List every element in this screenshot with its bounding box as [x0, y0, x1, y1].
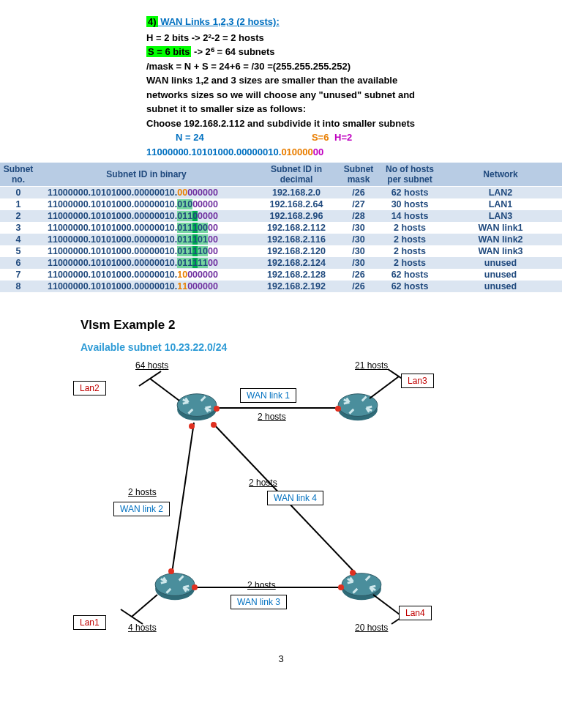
cell-hosts: 62 hosts [381, 281, 439, 292]
cell-subnet-no: 1 [0, 198, 37, 210]
cell-decimal: 192.168.2.192 [256, 281, 337, 292]
cell-network: unused [439, 281, 562, 292]
network-diagram: Lan2 Lan3 Lan1 Lan4 WAN link 1 WAN link … [66, 360, 476, 646]
label-lan2: Lan2 [73, 381, 106, 395]
cell-subnet-no: 2 [0, 210, 37, 222]
table-row: 411000000.10101000.00000010.01110100192.… [0, 234, 562, 245]
table-row: 811000000.10101000.00000010.11000000192.… [0, 281, 562, 292]
label-wan3: WAN link 3 [231, 595, 287, 609]
cell-mask: /30 [337, 257, 381, 269]
cell-binary: 11000000.10101000.00000010.10000000 [37, 269, 256, 281]
binary-net: 11000000.10101000.00000010 [146, 146, 279, 157]
label-lan4: Lan4 [399, 606, 432, 620]
line-mask: /mask = N + S = 24+6 = /30 =(255.255.255… [146, 59, 533, 74]
cell-binary: 11000000.10101000.00000010.01110000 [37, 222, 256, 234]
label-2hosts-wan3: 2 hosts [247, 580, 276, 590]
cell-network: LAN2 [439, 187, 562, 199]
th-mask: Subnet mask [337, 163, 381, 187]
label-21-hosts: 21 hosts [355, 360, 388, 371]
label-2hosts-wan2: 2 hosts [128, 487, 157, 497]
svg-line-17 [121, 609, 143, 624]
example-2-section: Vlsm Example 2 Available subnet 10.23.22… [0, 292, 562, 646]
svg-line-16 [132, 595, 157, 617]
label-4-hosts: 4 hosts [128, 623, 157, 633]
h-equals-2: H=2 [334, 132, 352, 143]
example-2-available: Available subnet 10.23.22.0/24 [80, 341, 562, 353]
s-bits-rest: -> 2⁶ = 64 subnets [191, 46, 274, 57]
cell-mask: /26 [337, 187, 381, 199]
cell-hosts: 30 hosts [381, 198, 439, 210]
svg-line-1 [172, 423, 194, 573]
cell-subnet-no: 3 [0, 222, 37, 234]
cell-binary: 11000000.10101000.00000010.01111000 [37, 245, 256, 257]
cell-binary: 11000000.10101000.00000010.11000000 [37, 281, 256, 292]
label-2hosts-wan1: 2 hosts [258, 412, 286, 422]
port-dot [189, 423, 195, 429]
cell-binary: 11000000.10101000.00000010.01110100 [37, 234, 256, 245]
th-network: Network [439, 163, 562, 187]
subnet-table: Subnet no. Subnet ID in binary Subnet ID… [0, 163, 562, 292]
binary-sub: 010000 [281, 146, 312, 157]
label-64-hosts: 64 hosts [135, 360, 168, 371]
cell-network: WAN link3 [439, 245, 562, 257]
cell-hosts: 2 hosts [381, 222, 439, 234]
line-explain-3: subnet it to smaller size as follows: [146, 102, 533, 116]
label-20-hosts: 20 hosts [355, 623, 388, 633]
line-explain-1: WAN links 1,2 and 3 sizes are smaller th… [146, 73, 533, 88]
cell-hosts: 62 hosts [381, 187, 439, 199]
label-wan2: WAN link 2 [113, 502, 170, 516]
th-subnet-no: Subnet no. [0, 163, 37, 187]
cell-decimal: 192.168.2.96 [256, 210, 337, 222]
cell-decimal: 192.168.2.112 [256, 222, 337, 234]
port-dot [214, 406, 220, 412]
cell-network: LAN1 [439, 198, 562, 210]
cell-network: WAN link1 [439, 222, 562, 234]
th-binary: Subnet ID in binary [37, 163, 256, 187]
table-row: 211000000.10101000.00000010.01100000192.… [0, 210, 562, 222]
header-block: 4) WAN Links 1,2,3 (2 hosts): H = 2 bits… [0, 0, 562, 163]
cell-mask: /26 [337, 269, 381, 281]
cell-decimal: 192.168.2.120 [256, 245, 337, 257]
cell-network: unused [439, 269, 562, 281]
label-lan3: Lan3 [401, 374, 434, 388]
port-dot [192, 584, 198, 590]
label-wan1: WAN link 1 [240, 388, 296, 403]
cell-subnet-no: 6 [0, 257, 37, 269]
section-title: 4) WAN Links 1,2,3 (2 hosts): [146, 15, 533, 29]
cell-subnet-no: 4 [0, 234, 37, 245]
cell-hosts: 62 hosts [381, 269, 439, 281]
svg-line-18 [373, 595, 402, 617]
cell-binary: 11000000.10101000.00000010.01000000 [37, 198, 256, 210]
cell-hosts: 2 hosts [381, 257, 439, 269]
label-lan1: Lan1 [73, 615, 106, 630]
table-row: 511000000.10101000.00000010.01111000192.… [0, 245, 562, 257]
port-dot [335, 406, 341, 412]
line-subnets: S = 6 bits -> 2⁶ = 64 subnets [146, 45, 533, 59]
cell-hosts: 14 hosts [381, 210, 439, 222]
cell-mask: /30 [337, 245, 381, 257]
th-decimal: Subnet ID in decimal [256, 163, 337, 187]
cell-network: LAN3 [439, 210, 562, 222]
nsh-row: N = 24 S=6 H=2 [146, 130, 533, 145]
cell-network: WAN link2 [439, 234, 562, 245]
cell-network: unused [439, 257, 562, 269]
cell-binary: 11000000.10101000.00000010.00000000 [37, 187, 256, 199]
line-hosts: H = 2 bits -> 2²-2 = 2 hosts [146, 31, 533, 45]
cell-decimal: 192.168.2.128 [256, 269, 337, 281]
port-dot [338, 584, 344, 590]
cell-mask: /26 [337, 281, 381, 292]
th-hosts: No of hosts per subnet [381, 163, 439, 187]
s-equals-6: S=6 [312, 132, 329, 143]
example-2-title: Vlsm Example 2 [80, 318, 562, 333]
cell-decimal: 192.168.2.0 [256, 187, 337, 199]
svg-line-14 [370, 376, 399, 398]
page-number: 3 [0, 646, 562, 679]
cell-mask: /30 [337, 222, 381, 234]
n-equals-24: N = 24 [176, 132, 204, 143]
cell-hosts: 2 hosts [381, 234, 439, 245]
table-row: 711000000.10101000.00000010.10000000192.… [0, 269, 562, 281]
cell-binary: 11000000.10101000.00000010.01100000 [37, 210, 256, 222]
cell-hosts: 2 hosts [381, 245, 439, 257]
label-wan4: WAN link 4 [267, 491, 323, 505]
cell-decimal: 192.168.2.116 [256, 234, 337, 245]
